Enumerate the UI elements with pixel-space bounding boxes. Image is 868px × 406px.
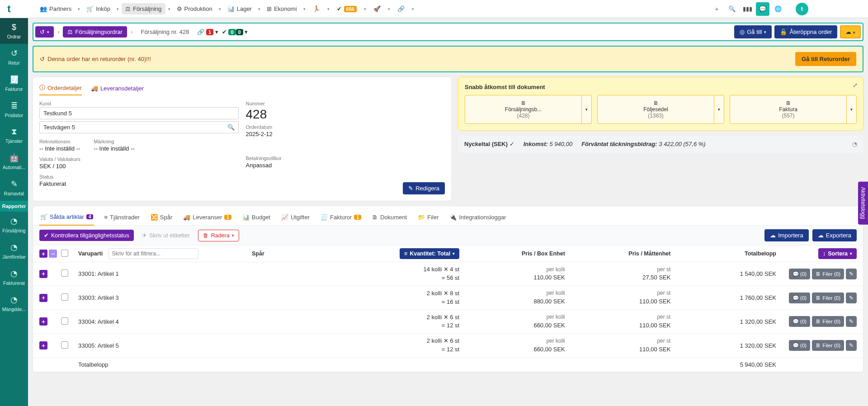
row-checkbox[interactable]: [61, 317, 68, 325]
tab-delivery-details[interactable]: 🚚 Leveransdetaljer: [91, 84, 144, 95]
nav-caret[interactable]: ▾: [76, 7, 82, 11]
row-files-button[interactable]: 🗎 Filer (0): [812, 340, 844, 351]
nav-rocket-caret[interactable]: ▾: [386, 7, 392, 11]
nav-run-icon[interactable]: 🏃: [309, 3, 324, 14]
sidebar-report-jämförelse[interactable]: ◔Jämförelse: [0, 238, 28, 264]
lines-tab-tjänstrader[interactable]: ≡ Tjänstrader: [103, 211, 140, 225]
doc-caret[interactable]: ▾: [582, 95, 592, 124]
goto-return-button[interactable]: Gå till Returorder: [795, 52, 856, 66]
nav-link-caret[interactable]: ▾: [410, 7, 416, 11]
customer-address-field[interactable]: Testvägen 5🔍: [39, 121, 239, 133]
collapse-all-button[interactable]: −: [49, 250, 57, 258]
lines-tab-utgifter[interactable]: 📈 Utgifter: [280, 211, 311, 225]
nav-caret[interactable]: ▾: [256, 7, 262, 11]
delete-button[interactable]: 🗑 Radera ▾: [198, 230, 239, 241]
export-button[interactable]: ☁ Exportera: [812, 229, 857, 241]
row-files-button[interactable]: 🗎 Filer (0): [812, 269, 844, 279]
row-comments-button[interactable]: 💬 (0): [789, 316, 810, 327]
search-icon[interactable]: 🔍: [725, 2, 739, 16]
sidebar-report-mängdde...[interactable]: ◔Mängdde...: [0, 290, 28, 316]
doc-caret[interactable]: ▾: [714, 95, 724, 124]
row-comments-button[interactable]: 💬 (0): [789, 269, 810, 279]
add-icon[interactable]: ＋: [710, 2, 723, 16]
expand-all-button[interactable]: +: [39, 250, 47, 258]
doc-button-Följesedel[interactable]: 🗎 Följesedel (1383): [597, 95, 714, 124]
lines-tab-leveranser[interactable]: 🚚 Leveranser 1: [182, 211, 232, 225]
cloud-action-button[interactable]: ☁ ▾: [840, 25, 861, 38]
quantity-toggle-button[interactable]: ≡ Kvantitet: Total ▾: [400, 248, 459, 259]
barcode-icon[interactable]: ▮▮▮: [741, 2, 754, 16]
nav-rocket-icon[interactable]: 🚀: [370, 3, 384, 14]
import-button[interactable]: ☁ Importera: [764, 229, 809, 241]
sidebar-item-prislistor[interactable]: ≣Prislistor: [0, 96, 28, 123]
customer-field[interactable]: Testkund 5: [39, 107, 239, 119]
globe-icon[interactable]: 🌐: [771, 2, 785, 16]
sidebar-item-tjänster[interactable]: ⧗Tjänster: [0, 123, 28, 148]
row-checkbox[interactable]: [61, 293, 68, 301]
nav-försäljning[interactable]: ⚖ Försäljning: [122, 3, 165, 14]
lines-tab-integrationsloggar[interactable]: 🔌 Integrationsloggar: [448, 211, 507, 225]
nav-link-icon[interactable]: 🔗: [394, 3, 408, 14]
doc-button-Försäljningsb...[interactable]: 🗎 Försäljningsb... (428): [465, 95, 582, 124]
reopen-order-button[interactable]: 🔓 Återöppna order: [774, 25, 837, 38]
sidebar-item-ordrar[interactable]: $Ordrar: [0, 18, 28, 44]
row-checkbox[interactable]: [61, 269, 68, 277]
expand-row-button[interactable]: +: [39, 294, 47, 302]
row-edit-button[interactable]: ✎: [846, 340, 857, 351]
row-files-button[interactable]: 🗎 Filer (0): [812, 316, 844, 327]
edit-button[interactable]: ✎ Redigera: [403, 182, 445, 194]
nav-produktion[interactable]: ⚙ Produktion: [173, 3, 216, 14]
nav-tasks-caret[interactable]: ▾: [362, 7, 368, 11]
nav-tasks-icon[interactable]: ✔ 656: [333, 3, 360, 14]
nav-run-caret[interactable]: ▾: [326, 7, 331, 11]
kpi-dashboard-icon[interactable]: ◔: [852, 141, 857, 147]
sidebar-item-automati...[interactable]: 🤖Automati...: [0, 148, 28, 175]
nav-inköp[interactable]: 🛒 Inköp: [83, 3, 114, 14]
doc-caret[interactable]: ▾: [847, 95, 857, 124]
user-avatar[interactable]: t: [796, 3, 808, 15]
row-files-button[interactable]: 🗎 Filer (0): [812, 293, 844, 303]
nav-partners[interactable]: 👥 Partners: [36, 3, 75, 14]
row-edit-button[interactable]: ✎: [846, 316, 857, 327]
breadcrumb-current[interactable]: Försäljning nr. 428: [136, 26, 193, 38]
nav-caret[interactable]: ▾: [166, 7, 172, 11]
chat-icon[interactable]: 💬: [756, 2, 769, 16]
lines-tab-budget[interactable]: 📊 Budget: [241, 211, 271, 225]
doc-button-Faktura[interactable]: 🗎 Faktura (557): [730, 95, 847, 124]
nav-caret[interactable]: ▾: [217, 7, 223, 11]
row-edit-button[interactable]: ✎: [846, 293, 857, 303]
lines-tab-dokument[interactable]: 🗎 Dokument: [371, 211, 408, 225]
row-checkbox[interactable]: [61, 341, 68, 349]
status-indicator[interactable]: ✔ 00 ▾: [222, 28, 248, 35]
goto-button[interactable]: ◎ Gå till ▾: [734, 25, 772, 38]
row-edit-button[interactable]: ✎: [846, 269, 857, 279]
history-button[interactable]: ↺ ▾: [35, 26, 54, 38]
linked-indicator[interactable]: 🔗 1 ▾: [197, 28, 218, 35]
app-logo[interactable]: t: [4, 4, 14, 14]
part-filter-input[interactable]: [108, 248, 198, 259]
expand-icon[interactable]: ⤢: [853, 82, 858, 89]
expand-row-button[interactable]: +: [39, 341, 47, 349]
lines-tab-filer[interactable]: 📁 Filer: [417, 211, 439, 225]
sidebar-item-fakturor[interactable]: 🧾Fakturor: [0, 70, 28, 96]
lines-tab-spår[interactable]: 🔀 Spår: [150, 211, 173, 225]
nav-caret[interactable]: ▾: [115, 7, 121, 11]
nav-lager[interactable]: 📊 Lager: [224, 3, 255, 14]
sidebar-item-ramavtal[interactable]: ✎Ramavtal: [0, 175, 28, 201]
lines-tab-fakturor[interactable]: 🧾 Fakturor 1: [320, 211, 362, 225]
lines-tab-sålda-artiklar[interactable]: 🛒 Sålda artiklar 4: [39, 211, 94, 226]
sidebar-report-försäljning[interactable]: ◔Försäljning: [0, 212, 28, 238]
row-comments-button[interactable]: 💬 (0): [789, 293, 810, 303]
nav-caret[interactable]: ▾: [302, 7, 307, 11]
select-all-checkbox[interactable]: [61, 250, 68, 257]
nav-ekonomi[interactable]: ⊞ Ekonomi: [263, 3, 301, 14]
row-comments-button[interactable]: 💬 (0): [789, 340, 810, 351]
tab-order-details[interactable]: ⓘ Orderdetaljer: [39, 84, 82, 95]
expand-row-button[interactable]: +: [39, 270, 47, 278]
check-availability-button[interactable]: ✔ Kontrollera tillgänglighetsstatus: [39, 230, 134, 241]
sidebar-item-retur[interactable]: ↺Retur: [0, 44, 28, 70]
activity-log-tab[interactable]: Aktivitetslogg: [858, 182, 868, 225]
expand-row-button[interactable]: +: [39, 317, 47, 326]
sort-button[interactable]: ↕ Sortera ▾: [818, 248, 857, 259]
breadcrumb-root[interactable]: ⚖ Försäljningsordrar: [63, 26, 127, 38]
